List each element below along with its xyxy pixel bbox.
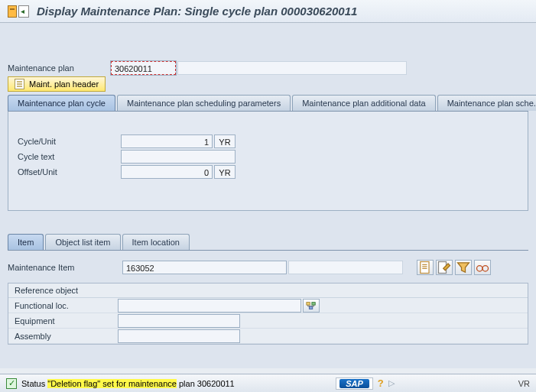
status-right: VR	[518, 379, 530, 388]
cycle-panel: Cycle/Unit 1 YR Cycle text Offset/Unit 0…	[8, 112, 528, 211]
svg-point-3	[482, 266, 489, 272]
subtab-object-list[interactable]: Object list item	[45, 234, 120, 250]
reference-object-body: Functional loc. Equipment	[8, 298, 528, 344]
equipment-row: Equipment	[8, 313, 528, 329]
maintenance-item-label: Maintenance Item	[8, 263, 122, 272]
tab-sched-overflow[interactable]: Maintenance plan sche...	[437, 95, 536, 111]
task-list-icon	[8, 5, 17, 18]
status-text: Status "Deletion flag" set for maintenan…	[21, 379, 235, 388]
offset-value-input[interactable]: 0	[121, 165, 213, 179]
page-icon	[417, 260, 433, 275]
reference-object-title: Reference object	[8, 283, 528, 298]
title-bar: Display Maintenance Plan: Single cycle p…	[0, 0, 536, 23]
svg-rect-6	[309, 306, 312, 309]
svg-rect-5	[312, 302, 315, 305]
tab-sched-params[interactable]: Maintenance plan scheduling parameters	[117, 95, 291, 111]
plan-input[interactable]: 30620011	[111, 61, 176, 75]
func-loc-picker-button[interactable]	[303, 299, 320, 313]
document-icon	[15, 79, 24, 89]
svg-point-2	[477, 266, 483, 272]
equipment-label: Equipment	[15, 316, 118, 326]
offset-label: Offset/Unit	[18, 167, 121, 177]
main-tabstrip: Maintenance plan cycle Maintenance plan …	[8, 95, 528, 112]
plan-label: Maintenance plan	[8, 63, 111, 73]
cycle-text-label: Cycle text	[18, 152, 121, 161]
status-highlight: "Deletion flag" set for maintenance	[47, 379, 177, 388]
item-panel: Maintenance Item 163052 Reference object	[8, 251, 528, 345]
cycle-text-row: Cycle text	[18, 150, 518, 164]
app-icons	[8, 5, 29, 18]
next-icon[interactable]: ▷	[388, 378, 395, 388]
func-loc-label: Functional loc.	[15, 301, 118, 310]
plan-header-button[interactable]: Maint. plan header	[8, 76, 106, 92]
maintenance-item-desc[interactable]	[288, 261, 403, 274]
sap-logo: SAP	[336, 377, 373, 390]
offset-row: Offset/Unit 0 YR	[18, 165, 518, 179]
plan-description-input[interactable]	[177, 61, 407, 75]
assembly-row: Assembly	[8, 329, 528, 344]
filter-icon	[456, 260, 471, 275]
status-suffix: plan 30620011	[177, 379, 235, 388]
glasses-icon	[475, 260, 490, 275]
assembly-label: Assembly	[15, 332, 118, 341]
cycle-unit-input[interactable]: YR	[214, 134, 236, 148]
svg-rect-4	[307, 302, 310, 305]
cycle-text-input[interactable]	[121, 150, 236, 164]
maintenance-item-input[interactable]: 163052	[122, 261, 287, 274]
glasses-button[interactable]	[474, 260, 491, 275]
cycle-value-input[interactable]: 1	[121, 134, 213, 148]
plan-row: Maintenance plan 30620011	[8, 61, 528, 75]
status-prefix: Status	[21, 379, 47, 388]
status-ok-icon: ✓	[6, 378, 17, 389]
plan-header-label: Maint. plan header	[29, 79, 99, 89]
help-icon[interactable]: ?	[378, 377, 384, 389]
pencil-page-icon	[437, 260, 452, 275]
func-loc-row: Functional loc.	[8, 298, 528, 313]
subtab-item[interactable]: Item	[8, 234, 44, 250]
sub-tabstrip: Item Object list item Item location	[8, 234, 528, 251]
nav-back-icon[interactable]	[18, 5, 29, 18]
change-item-button[interactable]	[436, 260, 453, 275]
structure-picker-icon	[306, 301, 317, 310]
reference-object-group: Reference object Functional loc.	[8, 283, 528, 345]
status-bar: ✓ Status "Deletion flag" set for mainten…	[0, 374, 536, 392]
cycle-label: Cycle/Unit	[18, 137, 121, 146]
tab-cycle[interactable]: Maintenance plan cycle	[8, 95, 115, 111]
page-title: Display Maintenance Plan: Single cycle p…	[37, 5, 357, 18]
assembly-input[interactable]	[118, 329, 240, 343]
filter-button[interactable]	[455, 260, 472, 275]
create-item-button[interactable]	[417, 260, 434, 275]
maintenance-item-row: Maintenance Item 163052	[8, 260, 528, 275]
workarea: Maintenance plan 30620011 Maint. plan he…	[0, 23, 536, 368]
func-loc-input[interactable]	[118, 299, 301, 313]
tab-addl-data[interactable]: Maintenance plan additional data	[292, 95, 435, 111]
item-toolbar	[417, 260, 491, 275]
subtab-item-location[interactable]: Item location	[122, 234, 190, 250]
equipment-input[interactable]	[118, 314, 240, 328]
cycle-row: Cycle/Unit 1 YR	[18, 134, 518, 148]
svg-rect-0	[421, 262, 429, 274]
offset-unit-input[interactable]: YR	[214, 165, 236, 179]
